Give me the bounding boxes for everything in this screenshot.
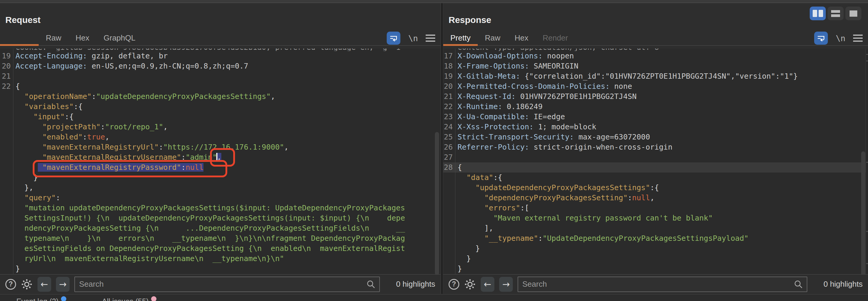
response-search-input[interactable] <box>518 277 807 292</box>
tab-hex[interactable]: Hex <box>68 31 96 46</box>
code-line: "mutation updateDependencyProxyPackagesS… <box>0 203 440 213</box>
tab-graphql[interactable]: GraphQL <box>96 31 143 46</box>
layout-side-by-side-button[interactable] <box>810 6 826 20</box>
line-number <box>0 264 11 274</box>
code-line: "Maven external registry password can't … <box>443 213 868 223</box>
line-number <box>0 142 11 152</box>
tab-label: GraphQL <box>103 33 135 42</box>
editor-menu-icon[interactable] <box>853 34 863 42</box>
help-icon[interactable]: ? <box>5 279 16 290</box>
show-newlines-toggle[interactable]: \n <box>836 34 845 43</box>
tab-label: Raw <box>46 33 61 42</box>
request-vertical-scrollbar[interactable] <box>435 132 439 274</box>
tab-hex[interactable]: Hex <box>507 31 535 46</box>
response-editor[interactable]: Content-Type: application/json; charset=… <box>443 49 868 274</box>
search-icon <box>794 279 803 289</box>
code-line: "variables":{ <box>0 102 440 112</box>
tab-label: Render <box>542 33 568 42</box>
code-line: 20Accept-Language: en-US,en;q=0.9,zh-CN;… <box>0 61 440 71</box>
status-count-dot <box>151 296 156 301</box>
request-panel: Request RawHexGraphQL \n <box>0 3 440 294</box>
response-highlights-count: 0 highlights <box>812 279 863 289</box>
line-number <box>0 223 11 234</box>
line-number <box>0 203 11 213</box>
line-number: 27 <box>443 152 453 162</box>
code-line: 22X-Runtime: 0.186249 <box>443 102 868 112</box>
code-line: } <box>443 254 868 264</box>
next-match-button[interactable]: → <box>56 277 70 292</box>
request-search-input[interactable] <box>74 277 380 292</box>
code-line: 20X-Permitted-Cross-Domain-Policies: non… <box>443 81 868 91</box>
layout-stacked-button[interactable] <box>828 6 844 20</box>
tab-label: Hex <box>515 33 528 42</box>
line-number <box>0 132 11 142</box>
previous-match-button[interactable]: ← <box>37 277 51 292</box>
line-number <box>0 91 11 102</box>
code-line: 19X-Gitlab-Meta: {"correlation_id":"01HV… <box>443 71 868 81</box>
request-editor[interactable]: Cookie: _gitlab_session=9f8e7d6c5b4a3928… <box>0 49 440 274</box>
window-top-edge <box>0 0 868 3</box>
response-editor-tools: \n <box>814 31 863 46</box>
tab-pretty[interactable]: Pretty <box>443 31 478 46</box>
line-number <box>0 213 11 223</box>
editor-menu-icon[interactable] <box>426 34 435 42</box>
line-number <box>443 234 453 244</box>
tab-raw[interactable]: Raw <box>39 31 68 46</box>
code-line: "input":{ <box>0 112 440 122</box>
status-item[interactable]: Event log (2) <box>17 297 66 301</box>
line-number: 23 <box>443 112 453 122</box>
panel-divider[interactable] <box>440 3 443 294</box>
line-number <box>443 264 453 274</box>
code-line: } <box>0 264 440 274</box>
previous-match-button[interactable]: ← <box>481 277 494 292</box>
code-line: 21X-Request-Id: 01HVN726ZPT0E1H1PBGG2TJ4… <box>443 91 868 102</box>
request-panel-title: Request <box>5 15 40 25</box>
status-items: Event log (2)All issues (55) <box>0 295 868 301</box>
line-number <box>443 223 453 234</box>
request-search-bar: ? ← → 0 highlights <box>0 274 440 294</box>
layout-toggle-buttons <box>810 6 862 20</box>
code-line: "updateDependencyProxyPackagesSettings":… <box>443 183 868 193</box>
next-match-button[interactable]: → <box>499 277 513 292</box>
search-settings-gear-icon[interactable] <box>21 278 33 290</box>
line-number <box>0 172 11 183</box>
line-number: 22 <box>443 102 453 112</box>
code-line: "__typename":"UpdateDependencyProxyPacka… <box>443 234 868 244</box>
status-item[interactable]: All issues (55) <box>102 297 156 301</box>
word-wrap-toggle-button[interactable] <box>814 32 828 45</box>
repeater-message-area: Request RawHexGraphQL \n <box>0 3 868 294</box>
tab-label: Hex <box>75 33 89 42</box>
line-number <box>0 193 11 203</box>
help-icon[interactable]: ? <box>448 279 459 290</box>
code-line: } <box>0 172 440 183</box>
response-tab-bar: PrettyRawHexRender \n <box>443 31 868 46</box>
line-number: 17 <box>443 51 453 61</box>
response-panel-title: Response <box>448 15 491 25</box>
line-number: 28 <box>443 162 453 172</box>
code-line: typename\n }\n errors\n __typename\n }\n… <box>0 234 440 244</box>
line-number: 20 <box>443 81 453 91</box>
line-number <box>443 254 453 264</box>
show-newlines-toggle[interactable]: \n <box>408 34 418 43</box>
word-wrap-toggle-button[interactable] <box>387 32 400 45</box>
line-number <box>443 172 453 183</box>
code-line: ryUrl\n mavenExternalRegistryUsername\n … <box>0 254 440 264</box>
code-line: 25Strict-Transport-Security: max-age=630… <box>443 132 868 142</box>
code-line: 22{ <box>0 81 440 91</box>
code-line: "projectPath":"root/repo_1", <box>0 122 440 132</box>
line-number: 22 <box>0 81 11 91</box>
code-line: 19Accept-Encoding: gzip, deflate, br <box>0 51 440 61</box>
word-wrap-icon <box>389 34 398 43</box>
tab-selected[interactable] <box>0 31 39 46</box>
line-number: 21 <box>443 91 453 102</box>
line-number: 19 <box>0 51 11 61</box>
search-settings-gear-icon[interactable] <box>464 278 476 290</box>
tab-render[interactable]: Render <box>535 31 575 46</box>
code-line: } <box>443 264 868 274</box>
gutter-separator <box>13 49 13 274</box>
response-vertical-scrollbar[interactable] <box>861 152 865 274</box>
layout-single-pane-button[interactable] <box>845 6 862 20</box>
tab-raw[interactable]: Raw <box>478 31 507 46</box>
code-line: "operationName":"updateDependencyProxyPa… <box>0 91 440 102</box>
code-line: ndencyProxyPackagesSetting {\n ...Depend… <box>0 223 440 234</box>
